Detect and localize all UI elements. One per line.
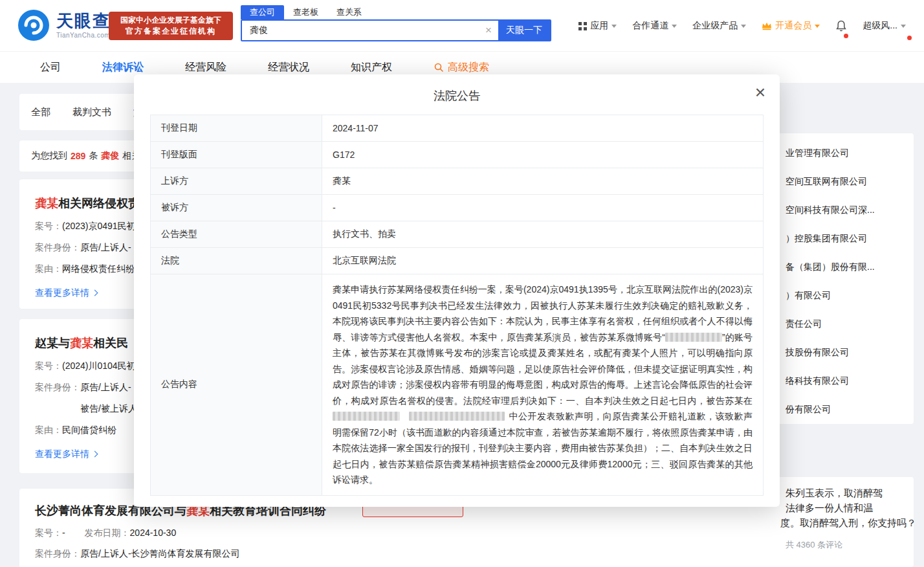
logo[interactable]: 天眼查 TianYanCha.com [17, 8, 111, 42]
field-value: 原告/上诉人- [80, 242, 131, 252]
row-value: 北京互联网法院 [322, 248, 764, 274]
court-announcement-modal: 法院公告 × 刊登日期 2024-11-07 刊登版面 G172 上诉方 龚某 … [134, 74, 780, 507]
redacted-text [665, 333, 722, 342]
badge-line1: 国家中小企业发展子基金旗下 [120, 15, 221, 26]
search-button[interactable]: 天眼一下 [498, 21, 550, 40]
notification-bell[interactable] [835, 19, 847, 32]
row-label: 被诉方 [151, 195, 322, 221]
advanced-search-link[interactable]: 高级搜索 [434, 61, 489, 74]
row-value: 龚某 [322, 168, 764, 195]
field-value: 2024-10-30 [130, 528, 177, 538]
result-keyword: 龚俊 [101, 150, 119, 162]
logo-title: 天眼查 [56, 12, 111, 30]
advanced-search-label: 高级搜索 [448, 61, 489, 74]
modal-title: 法院公告 [134, 74, 780, 104]
notification-dot [844, 34, 848, 38]
search-tab-relation[interactable]: 查关系 [327, 5, 371, 19]
case-identity-field: 案件身份：原告/上诉人-长沙菁尚体育发展有限公司 [19, 548, 770, 560]
announcement-content: 龚某申请执行苏某网络侵权责任纠纷一案，案号(2024)京0491执1395号，北… [322, 274, 764, 496]
table-row: 刊登日期 2024-11-07 [151, 115, 764, 142]
result-count: 289 [71, 151, 85, 161]
field-label: 案件身份： [35, 548, 80, 559]
content-text: ”的账号主体，被告苏某在其微博账号发布的涉案言论或提及龚某姓名，或配有龚某个人照… [333, 332, 753, 406]
field-value: 原告/上诉人- [80, 382, 131, 392]
case-title-keyword: 龚某 [70, 337, 93, 350]
clear-search-icon[interactable]: × [479, 21, 498, 40]
view-more-link[interactable]: 查看更多详情 [35, 449, 97, 460]
nav-partner-channel[interactable]: 合作通道 [632, 20, 677, 32]
search-tab-company[interactable]: 查公司 [241, 5, 284, 19]
field-value: 被告/被上诉人- [80, 403, 140, 414]
search-tabs: 查公司 查老板 查关系 [241, 5, 371, 19]
field-value: - [62, 528, 65, 538]
nav-enterprise-products[interactable]: 企业级产品 [692, 20, 746, 32]
case-title-text: 相关民 [93, 337, 128, 350]
field-value: 原告/上诉人-长沙菁尚体育发展有限公司 [80, 548, 240, 559]
header: 天眼查 TianYanCha.com 国家中小企业发展子基金旗下 官方备案企业征… [0, 0, 924, 52]
table-row: 刊登版面 G172 [151, 142, 764, 168]
case-title-text: 赵某与 [35, 337, 70, 350]
field-label: 案号： [35, 528, 62, 538]
search-box: × 天眼一下 [241, 19, 551, 41]
row-value: 执行文书、拍卖 [322, 221, 764, 248]
header-nav: 应用 合作通道 企业级产品 开通会员 [578, 0, 906, 52]
row-value: - [322, 195, 764, 221]
row-label: 公告类型 [151, 221, 322, 248]
logo-text: 天眼查 TianYanCha.com [56, 12, 111, 39]
field-label: 发布日期： [85, 528, 130, 538]
view-more-link[interactable]: 查看更多详情 [35, 287, 97, 299]
field-label: 案由： [35, 263, 62, 274]
notification-dot [907, 36, 912, 40]
filter-tab-judgment[interactable]: 裁判文书 [72, 106, 111, 118]
tianyancha-logo-icon [17, 8, 50, 42]
redacted-text [409, 412, 505, 421]
chevron-down-icon [741, 25, 746, 28]
row-label: 刊登日期 [151, 115, 322, 142]
badge-line2: 官方备案企业征信机构 [126, 26, 216, 37]
filter-tab-all[interactable]: 全部 [31, 106, 50, 118]
close-icon[interactable]: × [755, 83, 765, 102]
tab-company[interactable]: 公司 [40, 61, 61, 74]
table-row: 公告内容 龚某申请执行苏某网络侵权责任纠纷一案，案号(2024)京0491执13… [151, 274, 764, 496]
case-title-text: 相关网络侵权责 [58, 197, 140, 210]
tab-business-risk[interactable]: 经营风险 [185, 61, 226, 74]
chevron-down-icon [815, 25, 820, 28]
tab-business-status[interactable]: 经营状况 [268, 61, 309, 74]
field-label: 案件身份： [35, 382, 80, 392]
content-text: 中公开发表致歉声明，向原告龚某公开赔礼道歉，该致歉声明需保留72小时（该书面道歉… [333, 411, 753, 485]
logo-subtitle: TianYanCha.com [56, 32, 111, 39]
field-label: 案号： [35, 221, 62, 231]
field-value: (2024)川0104民初 [62, 361, 136, 371]
search-input[interactable] [242, 21, 479, 40]
case-number-field: 案号：- 发布日期：2024-10-30 [19, 528, 770, 539]
redacted-text [333, 412, 400, 421]
nav-open-vip[interactable]: 开通会员 [762, 20, 820, 32]
news-line: 度。取消醉驾入刑，你支持吗？ [712, 515, 914, 530]
nav-apps-label: 应用 [590, 20, 608, 32]
nav-partner-label: 合作通道 [632, 20, 668, 32]
field-label: 案由： [35, 425, 62, 435]
news-comment-count: 共 4360 条评论 [712, 539, 914, 551]
nav-vip-label: 开通会员 [775, 20, 811, 32]
tab-lawsuit[interactable]: 法律诉讼 [102, 61, 144, 74]
chevron-down-icon [672, 25, 677, 28]
nav-super-risk[interactable]: 超级风... [863, 20, 906, 32]
table-row: 公告类型 执行文书、拍卖 [151, 221, 764, 248]
field-value: 网络侵权责任纠纷 [62, 263, 135, 274]
tab-intellectual-property[interactable]: 知识产权 [351, 61, 392, 74]
tianyancha-page: 天眼查 TianYanCha.com 国家中小企业发展子基金旗下 官方备案企业征… [0, 0, 924, 567]
row-label: 刊登版面 [151, 142, 322, 168]
nav-apps[interactable]: 应用 [578, 20, 617, 32]
result-unit: 条 [89, 150, 98, 162]
row-value: 2024-11-07 [322, 115, 764, 142]
search-tab-boss[interactable]: 查老板 [284, 5, 327, 19]
case-title-keyword: 龚某 [35, 197, 58, 210]
certification-badge: 国家中小企业发展子基金旗下 官方备案企业征信机构 [109, 12, 233, 40]
bell-icon [835, 19, 847, 32]
chevron-down-icon [611, 25, 617, 28]
row-label: 公告内容 [151, 274, 322, 496]
table-row: 上诉方 龚某 [151, 168, 764, 195]
announcement-table: 刊登日期 2024-11-07 刊登版面 G172 上诉方 龚某 被诉方 - 公… [150, 115, 764, 496]
nav-super-risk-label: 超级风... [863, 20, 897, 32]
row-label: 法院 [151, 248, 322, 274]
